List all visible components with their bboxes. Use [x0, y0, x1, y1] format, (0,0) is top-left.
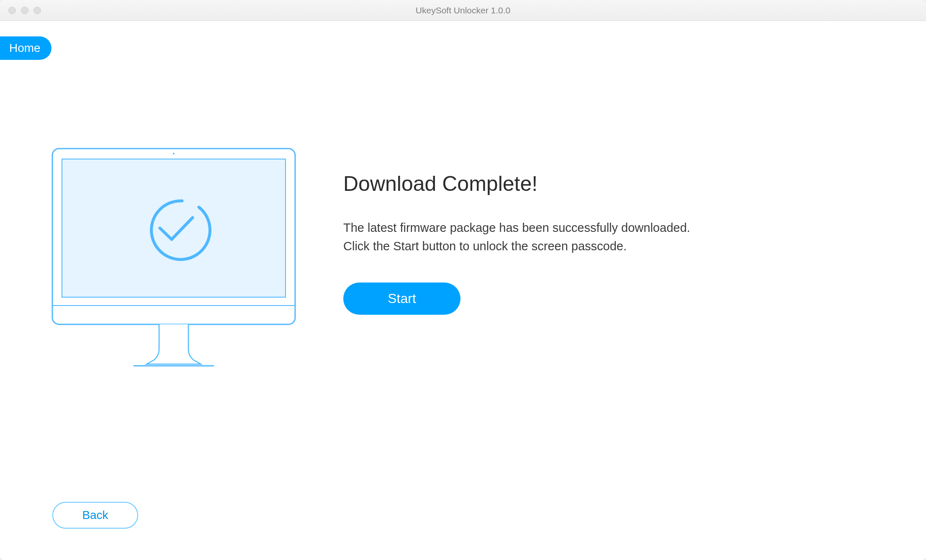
- close-window-icon[interactable]: [8, 7, 16, 14]
- home-button[interactable]: Home: [0, 36, 51, 60]
- svg-rect-2: [62, 159, 286, 297]
- description-line-1: The latest firmware package has been suc…: [343, 221, 690, 234]
- description-line-2: Click the Start button to unlock the scr…: [343, 239, 627, 253]
- description-text: The latest firmware package has been suc…: [343, 219, 876, 255]
- monitor-complete-icon: [50, 146, 297, 368]
- right-panel: Download Complete! The latest firmware p…: [343, 146, 876, 315]
- svg-point-1: [173, 153, 175, 154]
- back-button[interactable]: Back: [52, 502, 138, 529]
- page-heading: Download Complete!: [343, 172, 876, 196]
- main-area: Download Complete! The latest firmware p…: [0, 21, 926, 368]
- window-title: UkeySoft Unlocker 1.0.0: [416, 5, 510, 15]
- start-button[interactable]: Start: [343, 283, 460, 315]
- content-area: Home: [0, 21, 926, 560]
- traffic-lights: [0, 7, 41, 14]
- app-window: UkeySoft Unlocker 1.0.0 Home: [0, 0, 926, 560]
- maximize-window-icon[interactable]: [33, 7, 41, 14]
- minimize-window-icon[interactable]: [21, 7, 28, 14]
- titlebar: UkeySoft Unlocker 1.0.0: [0, 0, 926, 21]
